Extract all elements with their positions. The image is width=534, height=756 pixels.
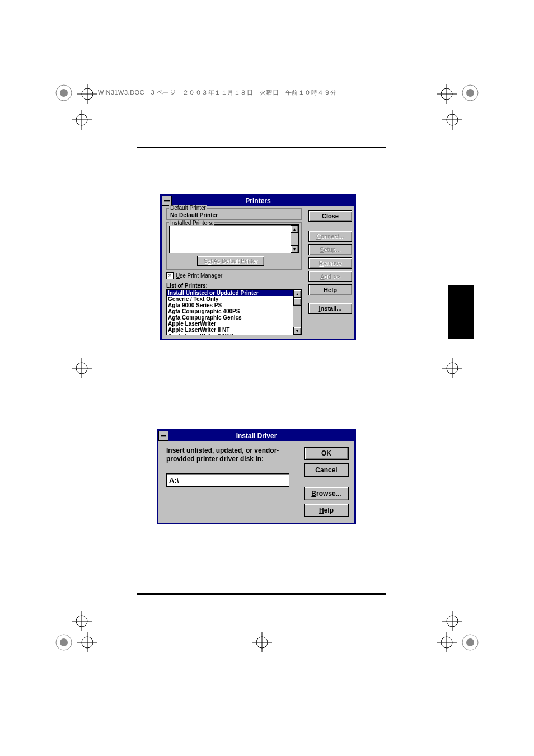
titlebar[interactable]: Install Driver bbox=[158, 431, 354, 441]
printer-list-item[interactable]: Apple LaserWriter bbox=[167, 321, 293, 327]
svg-point-9 bbox=[466, 89, 474, 97]
installed-printers-label: Installed Printers: bbox=[169, 220, 214, 226]
scroll-down-icon[interactable]: ▾ bbox=[293, 327, 301, 335]
install-button[interactable]: Install... bbox=[308, 303, 352, 314]
help-button[interactable]: Help bbox=[304, 504, 349, 517]
scrollbar[interactable]: ▴ ▾ bbox=[291, 225, 298, 253]
crosshair-icon bbox=[442, 358, 462, 378]
cancel-button[interactable]: Cancel bbox=[304, 463, 349, 477]
remove-button: Remove bbox=[308, 257, 352, 269]
crosshair-icon bbox=[72, 110, 92, 130]
regmark-icon bbox=[54, 632, 74, 652]
printer-list-item[interactable]: Agfa 9000 Series PS bbox=[167, 302, 293, 308]
crosshair-icon bbox=[77, 632, 97, 652]
add-button: Add >> bbox=[308, 271, 352, 282]
crosshair-icon bbox=[77, 84, 97, 104]
close-button[interactable]: Close bbox=[308, 210, 352, 222]
svg-point-40 bbox=[466, 638, 474, 646]
regmark-icon bbox=[54, 83, 74, 103]
installed-printers-list[interactable]: ▴ ▾ bbox=[169, 224, 299, 253]
connect-button: Connect... bbox=[308, 231, 352, 242]
crosshair-icon bbox=[72, 611, 92, 631]
default-printer-value: No Default Printer bbox=[170, 212, 298, 218]
scroll-down-icon[interactable]: ▾ bbox=[291, 245, 298, 253]
use-print-manager-label: Use Print Manager bbox=[176, 273, 222, 279]
help-button[interactable]: Help bbox=[308, 284, 352, 295]
system-menu-icon[interactable] bbox=[158, 431, 168, 441]
printer-list-item[interactable]: Install Unlisted or Updated Printer bbox=[167, 290, 293, 296]
set-default-printer-button: Set As Default Printer bbox=[197, 256, 264, 266]
crosshair-icon bbox=[252, 632, 272, 652]
tab-marker bbox=[448, 285, 474, 339]
rule-bottom bbox=[137, 593, 386, 595]
install-driver-dialog: Install Driver Insert unlisted, updated,… bbox=[157, 429, 356, 524]
page-header-text: WIN31W3.DOC 3 ページ ２００３年１１月１８日 火曜日 午前１０時４… bbox=[98, 88, 337, 97]
crosshair-icon bbox=[442, 611, 462, 631]
rule-top bbox=[137, 147, 386, 148]
crosshair-icon bbox=[437, 632, 457, 652]
dialog-title: Printers bbox=[172, 197, 354, 205]
printer-list-item[interactable]: Apple LaserWriter II NT bbox=[167, 327, 293, 333]
setup-button: Setup... bbox=[308, 244, 352, 255]
list-of-printers[interactable]: Install Unlisted or Updated PrinterGener… bbox=[166, 289, 302, 335]
checkbox-icon: × bbox=[166, 272, 174, 279]
printers-dialog: Printers Default Printer No Default Prin… bbox=[160, 194, 356, 340]
install-instruction: Insert unlisted, updated, or vendor-prov… bbox=[166, 447, 298, 463]
regmark-icon bbox=[460, 83, 480, 103]
printer-list-item[interactable]: Agfa Compugraphic Genics bbox=[167, 314, 293, 321]
default-printer-label: Default Printer bbox=[169, 205, 207, 211]
regmark-icon bbox=[460, 632, 480, 652]
scroll-up-icon[interactable]: ▴ bbox=[293, 290, 301, 298]
path-input[interactable]: A:\ bbox=[166, 473, 289, 487]
browse-button[interactable]: Browse... bbox=[304, 487, 349, 500]
scroll-up-icon[interactable]: ▴ bbox=[291, 225, 298, 233]
use-print-manager-checkbox[interactable]: × Use Print Manager bbox=[166, 272, 222, 279]
ok-button[interactable]: OK bbox=[304, 447, 349, 460]
printer-list-item[interactable]: Generic / Text Only bbox=[167, 296, 293, 302]
crosshair-icon bbox=[442, 110, 462, 130]
scrollbar[interactable]: ▴ ▾ bbox=[293, 290, 301, 335]
printer-list-item[interactable]: Apple LaserWriter II NTX bbox=[167, 333, 293, 335]
svg-point-1 bbox=[60, 89, 68, 97]
list-of-printers-label: List of Printers: bbox=[166, 283, 304, 289]
svg-point-29 bbox=[60, 638, 68, 646]
printer-list-item[interactable]: Agfa Compugraphic 400PS bbox=[167, 308, 293, 314]
crosshair-icon bbox=[72, 358, 92, 378]
dialog-title: Install Driver bbox=[168, 432, 354, 440]
crosshair-icon bbox=[437, 84, 457, 104]
